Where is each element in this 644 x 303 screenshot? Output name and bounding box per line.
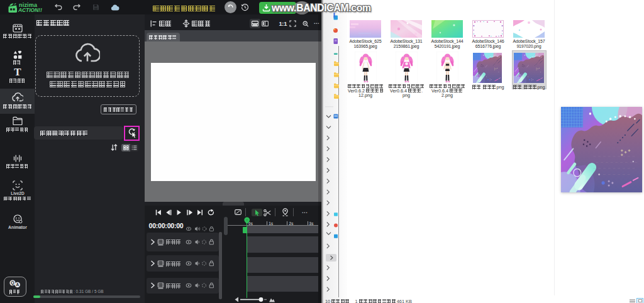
- svg-text:A: A: [16, 282, 19, 287]
- svg-text:Q: Q: [11, 280, 14, 285]
